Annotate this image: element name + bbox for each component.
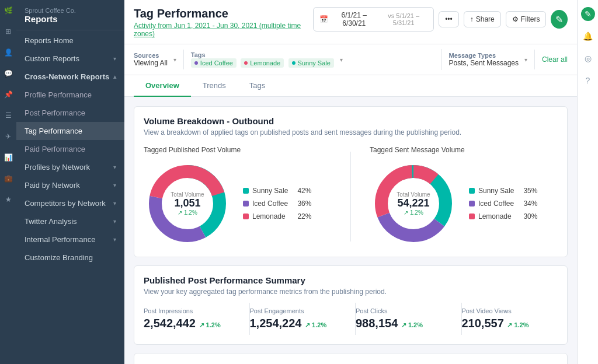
chevron-up-icon: ▴ <box>113 74 116 80</box>
tab-trends[interactable]: Trends <box>191 75 238 97</box>
topbar-left: Tag Performance Activity from Jun 1, 202… <box>134 7 313 38</box>
tab-overview[interactable]: Overview <box>134 75 191 97</box>
topbar: Tag Performance Activity from Jun 1, 202… <box>124 0 577 44</box>
star-icon[interactable]: ★ <box>2 194 14 205</box>
sources-chevron-icon: ▾ <box>173 57 176 63</box>
analytics-icon[interactable]: 📊 <box>2 152 14 163</box>
listening-icon[interactable]: ☰ <box>2 110 14 121</box>
left-chart-container: Tagged Published Post Volume <box>144 146 332 247</box>
calendar-icon: 📅 <box>319 15 328 23</box>
tab-tags[interactable]: Tags <box>238 75 277 97</box>
tabs: Overview Trends Tags <box>124 75 577 97</box>
content-area: Volume Breakdown - Outbound View a break… <box>124 97 577 364</box>
volume-breakdown-card: Volume Breakdown - Outbound View a break… <box>134 106 568 257</box>
right-chart-inner: Total Volume 54,221 1.2% Sunny Sale 35% <box>370 160 558 247</box>
chevron-down-icon: ▾ <box>113 55 116 62</box>
filter-bar: Sources Viewing All ▾ Tags Iced Coffee L… <box>124 44 577 75</box>
right-legend-item-lemonade: Lemonade 30% <box>469 212 537 220</box>
publish-icon[interactable]: ✈ <box>2 131 14 142</box>
top-posts-card: Top Posts View the top tagged published … <box>134 353 568 364</box>
sidebar-item-customize-branding[interactable]: Customize Branding <box>16 249 124 267</box>
sidebar-item-tag-performance[interactable]: Tag Performance <box>16 122 124 140</box>
chart-divider <box>350 152 351 242</box>
sidebar-section-title: Reports <box>25 14 116 24</box>
home-icon[interactable]: ⊞ <box>2 26 14 37</box>
performance-summary-card: Published Post Performance Summary View … <box>134 265 568 345</box>
performance-title: Published Post Performance Summary <box>144 275 558 285</box>
legend-item-lemonade: Lemonade 22% <box>243 212 311 220</box>
sidebar-item-profile-performance[interactable]: Profile Performance <box>16 86 124 104</box>
help-icon[interactable]: ? <box>581 74 595 88</box>
activity-icon[interactable]: ◎ <box>581 51 595 65</box>
clear-all-button[interactable]: Clear all <box>542 55 568 64</box>
share-button[interactable]: ↑ Share <box>464 11 501 27</box>
topbar-right: 📅 6/1/21 – 6/30/21 vs 5/1/21 – 5/31/21 •… <box>313 7 568 32</box>
company-name: Sprout Coffee Co. <box>25 7 116 14</box>
sidebar-item-reports-home[interactable]: Reports Home <box>16 32 124 50</box>
filter-icon: ⚙ <box>512 15 519 23</box>
right-donut-center: Total Volume 54,221 1.2% <box>397 191 430 216</box>
metric-post-engagements: Post Engagements 1,254,224 1.2% <box>250 303 356 335</box>
sidebar-item-twitter-analysis[interactable]: Twitter Analysis ▾ <box>16 212 124 230</box>
right-donut: Total Volume 54,221 1.2% <box>370 160 457 247</box>
chevron-down-icon: ▾ <box>113 200 116 206</box>
metric-post-clicks: Post Clicks 988,154 1.2% <box>356 303 462 335</box>
tag-sunny-sale: Sunny Sale <box>288 58 334 68</box>
left-donut-center: Total Volume 1,051 1.2% <box>171 191 204 216</box>
filters-button[interactable]: ⚙ Filters <box>506 11 547 27</box>
volume-breakdown-title: Volume Breakdown - Outbound <box>144 116 558 126</box>
briefcase-icon[interactable]: 💼 <box>2 173 14 184</box>
sidebar-item-profiles-by-network[interactable]: Profiles by Network ▾ <box>16 158 124 176</box>
message-types-chevron-icon: ▾ <box>524 57 527 63</box>
sidebar-nav: Reports Home Custom Reports ▾ Cross-Netw… <box>16 32 124 267</box>
profile-icon[interactable]: 👤 <box>2 47 14 58</box>
metric-post-video-views: Post Video Views 210,557 1.2% <box>462 303 558 335</box>
sidebar-item-paid-performance[interactable]: Paid Performance <box>16 140 124 158</box>
compose-button[interactable]: ✎ <box>551 10 568 29</box>
sources-filter[interactable]: Sources Viewing All ▾ <box>134 50 184 69</box>
sidebar-item-custom-reports[interactable]: Custom Reports ▾ <box>16 50 124 68</box>
sidebar-item-internal-performance[interactable]: Internal Performance ▾ <box>16 230 124 249</box>
tags-chevron-icon: ▾ <box>340 57 343 63</box>
left-donut: Total Volume 1,051 1.2% <box>144 160 231 247</box>
metrics-row: Post Impressions 2,542,442 1.2% Post Eng… <box>144 303 558 335</box>
sidebar-item-cross-network[interactable]: Cross-Network Reports ▴ <box>16 68 124 86</box>
icon-rail: 🌿 ⊞ 👤 💬 📌 ☰ ✈ 📊 💼 ★ <box>0 0 16 364</box>
date-range-button[interactable]: 📅 6/1/21 – 6/30/21 vs 5/1/21 – 5/31/21 <box>313 7 434 32</box>
page-title: Tag Performance <box>134 7 313 20</box>
left-chart-legend: Sunny Sale 42% Iced Coffee 36% Lemonade … <box>243 187 311 220</box>
share-icon: ↑ <box>470 15 474 23</box>
legend-item-iced-coffee: Iced Coffee 36% <box>243 200 311 208</box>
tags-filter[interactable]: Tags Iced Coffee Lemonade Sunny Sale ▾ <box>191 49 442 70</box>
more-options-button[interactable]: ••• <box>439 11 459 27</box>
sidebar: Sprout Coffee Co. Reports Reports Home C… <box>16 0 124 364</box>
message-types-filter[interactable]: Message Types Posts, Sent Messages ▾ <box>449 50 535 69</box>
main-content: Tag Performance Activity from Jun 1, 202… <box>124 0 577 364</box>
sidebar-item-competitors-by-network[interactable]: Competitors by Network ▾ <box>16 194 124 212</box>
volume-breakdown-sub: View a breakdown of applied tags on publ… <box>144 128 558 136</box>
tag-lemonade: Lemonade <box>241 58 284 68</box>
legend-item-sunny-sale: Sunny Sale 42% <box>243 187 311 195</box>
notification-icon[interactable]: 🔔 <box>581 29 595 43</box>
sidebar-header: Sprout Coffee Co. Reports <box>16 0 124 30</box>
tasks-icon[interactable]: 📌 <box>2 89 14 100</box>
performance-sub: View your key aggregated tag performance… <box>144 288 558 296</box>
chevron-down-icon: ▾ <box>113 182 116 188</box>
left-chart-label: Tagged Published Post Volume <box>144 146 332 154</box>
right-chart-label: Tagged Sent Message Volume <box>370 146 558 154</box>
left-chart-inner: Total Volume 1,051 1.2% Sunny Sale 42% <box>144 160 332 247</box>
compose-right-icon[interactable]: ✎ <box>581 7 595 21</box>
right-chart-legend: Sunny Sale 35% Iced Coffee 34% Lemonade … <box>469 187 537 220</box>
sidebar-item-paid-by-network[interactable]: Paid by Network ▾ <box>16 176 124 194</box>
right-legend-item-iced-coffee: Iced Coffee 34% <box>469 200 537 208</box>
app-logo-icon: 🌿 <box>2 5 14 16</box>
messages-icon[interactable]: 💬 <box>2 68 14 79</box>
right-chart-container: Tagged Sent Message Volume <box>370 146 558 247</box>
chevron-down-icon: ▾ <box>113 218 116 225</box>
metric-post-impressions: Post Impressions 2,542,442 1.2% <box>144 303 250 335</box>
tag-iced-coffee: Iced Coffee <box>191 58 237 68</box>
chevron-down-icon: ▾ <box>113 164 116 170</box>
sidebar-item-post-performance[interactable]: Post Performance <box>16 104 124 122</box>
right-legend-item-sunny-sale: Sunny Sale 35% <box>469 187 537 195</box>
chevron-down-icon: ▾ <box>113 236 116 243</box>
